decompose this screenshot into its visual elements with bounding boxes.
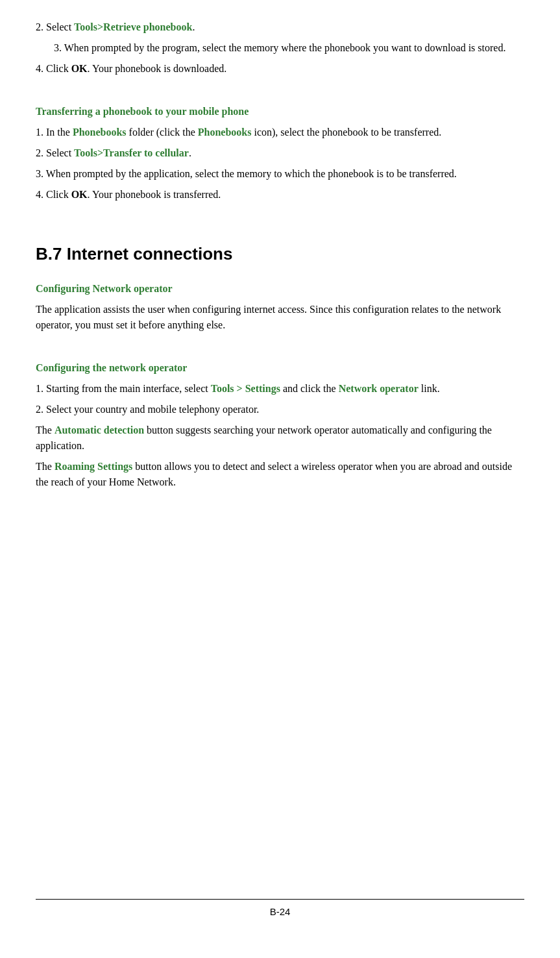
step1-transfer: 1. In the Phonebooks folder (click the P… [36,125,524,140]
tools-transfer-link[interactable]: Tools>Transfer to cellular [74,147,189,158]
spacer4 [36,338,524,346]
config-network-heading: Configuring Network operator [36,281,524,297]
step1-config-suffix: link. [419,383,440,394]
config-network-para: The application assists the user when co… [36,302,524,333]
phonebooks-link2[interactable]: Phonebooks [198,127,252,138]
tools-settings-link[interactable]: Tools > Settings [211,383,280,394]
step3-retrieve-text: 3. When prompted by the program, select … [54,42,505,53]
spacer3 [36,215,524,223]
step2-transfer: 2. Select Tools>Transfer to cellular. [36,145,524,161]
roaming-settings-link[interactable]: Roaming Settings [55,461,132,472]
page-container: 2. Select Tools>Retrieve phonebook. 3. W… [0,0,560,958]
step3-retrieve: 3. When prompted by the program, select … [36,40,524,56]
auto-detect-prefix: The [36,424,55,436]
step2-retrieve: 2. Select Tools>Retrieve phonebook. [36,19,524,35]
step4-transfer: 4. Click OK. Your phonebook is transferr… [36,187,524,203]
step4-retrieve-suffix: . Your phonebook is downloaded. [88,63,227,74]
spacer2 [36,208,524,215]
step2-transfer-suffix: . [189,147,191,158]
step2-transfer-prefix: 2. Select [36,147,74,158]
page-footer: B-24 [36,899,524,920]
step1-config: 1. Starting from the main interface, sel… [36,381,524,397]
step4-retrieve: 4. Click OK. Your phonebook is downloade… [36,61,524,77]
step3-transfer: 3. When prompted by the application, sel… [36,166,524,182]
step1-config-middle: and click the [280,383,339,394]
phonebooks-link1[interactable]: Phonebooks [73,127,127,138]
section-transfer-heading: Transferring a phonebook to your mobile … [36,104,524,119]
step4-retrieve-prefix: 4. Click [36,63,71,74]
step2-retrieve-suffix: . [192,21,195,32]
step3-transfer-text: 3. When prompted by the application, sel… [36,168,457,179]
auto-detect-para: The Automatic detection button suggests … [36,423,524,454]
step2-retrieve-prefix: 2. Select [36,21,74,32]
tools-retrieve-link[interactable]: Tools>Retrieve phonebook [74,21,192,32]
spacer1 [36,82,524,90]
step2-config: 2. Select your country and mobile teleph… [36,402,524,417]
step4-transfer-ok: OK [71,189,88,200]
roaming-prefix: The [36,461,55,472]
step1-transfer-middle1: folder (click the [127,127,198,138]
step1-config-prefix: 1. Starting from the main interface, sel… [36,383,211,394]
content-area: 2. Select Tools>Retrieve phonebook. 3. W… [36,19,524,899]
step4-transfer-suffix: . Your phonebook is transferred. [88,189,221,200]
roaming-para: The Roaming Settings button allows you t… [36,459,524,490]
b7-heading: B.7 Internet connections [36,241,524,267]
step4-transfer-prefix: 4. Click [36,189,71,200]
step1-transfer-prefix: 1. In the [36,127,73,138]
page-number: B-24 [270,906,291,917]
auto-detection-link[interactable]: Automatic detection [55,424,144,436]
step4-retrieve-ok: OK [71,63,88,74]
config-the-network-heading: Configuring the network operator [36,360,524,376]
network-operator-link[interactable]: Network operator [339,383,419,394]
step1-transfer-suffix: icon), select the phonebook to be transf… [251,127,441,138]
